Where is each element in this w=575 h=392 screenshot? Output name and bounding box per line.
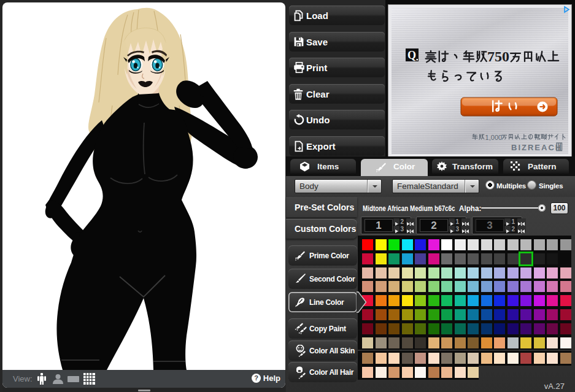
svg-text:Q: Q [407, 49, 416, 61]
svg-text:1,000: 1,000 [485, 134, 503, 141]
svg-text:750: 750 [487, 48, 509, 64]
svg-text:BIZREACH: BIZREACH [511, 143, 562, 152]
svg-text:?: ? [254, 374, 258, 382]
